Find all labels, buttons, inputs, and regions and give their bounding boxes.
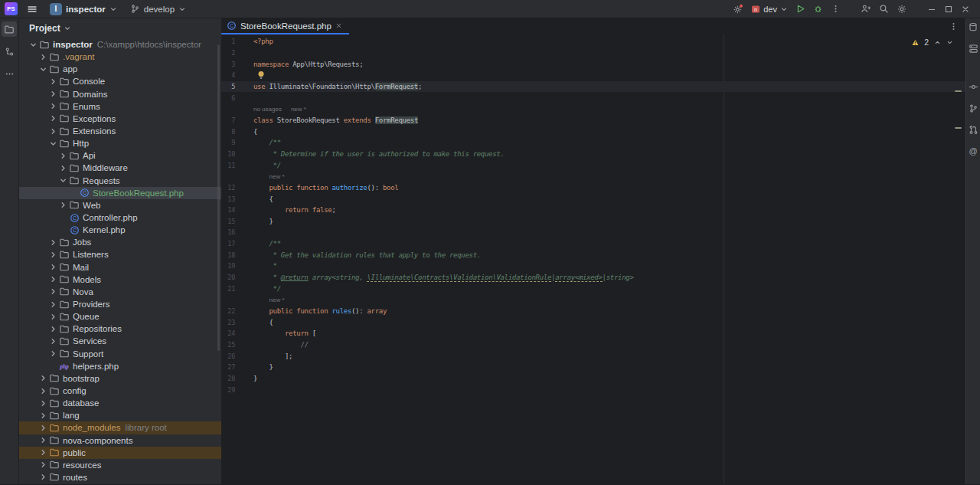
tree-item-exceptions[interactable]: Exceptions [19, 113, 221, 125]
line-number[interactable]: 17 [221, 240, 253, 247]
line-number[interactable]: 2 [221, 49, 253, 57]
code-with-me-button[interactable] [857, 2, 875, 16]
intention-bulb-icon[interactable] [257, 70, 265, 80]
code-inlay-hint[interactable]: no usagesnew * [221, 103, 965, 115]
chevron-right-icon[interactable] [48, 337, 58, 346]
chevron-right-icon[interactable] [48, 287, 58, 296]
line-number[interactable]: 22 [221, 307, 253, 315]
tree-item-requests[interactable]: Requests [19, 175, 221, 187]
line-number[interactable]: 21 [221, 285, 253, 293]
line-number[interactable]: 16 [221, 228, 253, 236]
project-tool-button[interactable] [2, 21, 17, 37]
next-problem-icon[interactable] [946, 39, 953, 46]
line-number[interactable]: 13 [221, 195, 253, 203]
tree-item-mail[interactable]: Mail [19, 261, 221, 274]
code-editor[interactable]: 2 1<?php23namespace App\Http\Requests;45… [221, 34, 965, 484]
line-number[interactable]: 8 [221, 128, 253, 136]
code-line-12[interactable]: 12 public function authorize(): bool [221, 182, 965, 194]
chevron-right-icon[interactable] [48, 251, 58, 259]
inlay-hint[interactable]: no usages [253, 106, 282, 113]
window-close-button[interactable] [957, 2, 974, 16]
code-line-11[interactable]: 11 */ [221, 159, 965, 171]
line-number[interactable]: 7 [221, 116, 253, 124]
line-number[interactable]: 19 [221, 262, 253, 270]
code-line-17[interactable]: 17 /** [221, 238, 965, 250]
chevron-down-icon[interactable] [58, 176, 68, 185]
code-inlay-hint[interactable]: new * [221, 171, 965, 182]
run-button[interactable] [792, 2, 809, 16]
tree-item-lang[interactable]: lang [19, 409, 221, 421]
line-number[interactable]: 9 [221, 139, 253, 146]
tree-item-queue[interactable]: Queue [19, 310, 221, 323]
chevron-right-icon[interactable] [38, 387, 48, 395]
line-number[interactable]: 4 [221, 71, 253, 79]
line-number[interactable]: 15 [221, 218, 253, 225]
tree-item-nova[interactable]: Nova [19, 286, 221, 298]
tree-item-extensions[interactable]: Extensions [19, 125, 221, 137]
code-line-22[interactable]: 22 public function rules(): array [221, 306, 965, 317]
line-number[interactable]: 29 [221, 386, 253, 394]
warning-stripe-mark[interactable] [955, 127, 962, 129]
code-line-4[interactable]: 4 [221, 70, 965, 81]
tree-item-bootstrap[interactable]: bootstrap [19, 372, 221, 385]
database-tool-button[interactable] [967, 21, 979, 33]
chevron-right-icon[interactable] [48, 90, 58, 98]
chevron-right-icon[interactable] [58, 164, 68, 172]
line-number[interactable]: 6 [221, 94, 253, 102]
inlay-hint[interactable]: new * [269, 297, 284, 303]
code-line-23[interactable]: 23 { [221, 316, 965, 328]
more-tool-windows-button[interactable] [2, 66, 17, 81]
chevron-right-icon[interactable] [38, 436, 48, 444]
code-line-2[interactable]: 2 [221, 48, 965, 59]
inspections-widget[interactable]: 2 [912, 38, 953, 47]
notifications-tool-button[interactable] [967, 42, 979, 54]
debug-button[interactable] [809, 2, 827, 16]
chevron-right-icon[interactable] [48, 114, 58, 123]
project-widget[interactable]: I inspector [47, 2, 120, 17]
tree-item-listeners[interactable]: Listeners [19, 248, 221, 261]
tree-item-nova-components[interactable]: nova-components [19, 434, 221, 447]
code-line-21[interactable]: 21 */ [221, 283, 965, 294]
tree-item-api[interactable]: Api [19, 149, 221, 162]
tree-item-storebookrequest-php[interactable]: CStoreBookRequest.php [19, 187, 221, 199]
chevron-right-icon[interactable] [48, 77, 58, 86]
code-line-14[interactable]: 14 return false; [221, 205, 965, 216]
code-line-15[interactable]: 15 } [221, 216, 965, 228]
chevron-right-icon[interactable] [38, 399, 48, 408]
hamburger-icon[interactable] [24, 2, 40, 17]
code-line-16[interactable]: 16 [221, 227, 965, 238]
chevron-down-icon[interactable] [48, 139, 58, 148]
code-line-9[interactable]: 9 /** [221, 137, 965, 149]
structure-tool-button[interactable] [2, 44, 17, 59]
tab-options-icon[interactable] [949, 18, 965, 34]
code-line-7[interactable]: 7class StoreBookRequest extends FormRequ… [221, 115, 965, 126]
line-number[interactable]: 26 [221, 352, 253, 360]
chevron-right-icon[interactable] [38, 411, 48, 420]
chevron-right-icon[interactable] [48, 238, 58, 247]
tree-item-config[interactable]: config [19, 385, 221, 397]
chevron-right-icon[interactable] [38, 460, 48, 469]
close-tab-icon[interactable] [335, 22, 342, 29]
chevron-right-icon[interactable] [48, 102, 58, 110]
tree-item-middleware[interactable]: Middleware [19, 162, 221, 174]
tree-item-database[interactable]: database [19, 397, 221, 409]
pull-requests-tool-button[interactable] [967, 123, 979, 136]
settings-sync-button[interactable] [729, 2, 747, 17]
line-number[interactable]: 11 [221, 162, 253, 169]
run-configuration-selector[interactable]: ndev [747, 2, 792, 16]
line-number[interactable]: 23 [221, 319, 253, 326]
code-line-29[interactable]: 29 [221, 384, 965, 395]
tree-item-repositories[interactable]: Repositories [19, 323, 221, 335]
code-line-24[interactable]: 24 return [ [221, 328, 965, 339]
code-line-28[interactable]: 28} [221, 373, 965, 385]
code-line-8[interactable]: 8{ [221, 126, 965, 137]
tree-item-models[interactable]: Models [19, 274, 221, 286]
tree-item-helpers-php[interactable]: phphelpers.php [19, 360, 221, 372]
chevron-down-icon[interactable] [28, 41, 38, 49]
tree-item-node-modules[interactable]: node_moduleslibrary root [19, 421, 221, 434]
line-number[interactable]: 27 [221, 363, 253, 371]
code-line-1[interactable]: 1<?php [221, 36, 965, 48]
tree-item-web[interactable]: Web [19, 199, 221, 211]
commit-node-tool-button[interactable] [967, 80, 979, 93]
vcs-widget[interactable]: develop [127, 2, 189, 15]
